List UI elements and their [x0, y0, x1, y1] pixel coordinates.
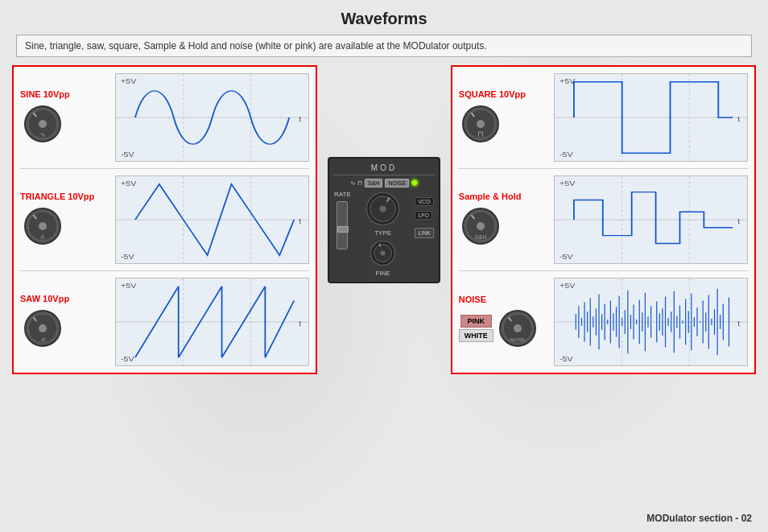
square-label: SQUARE 10Vpp: [459, 89, 547, 99]
lfo-label: LFO: [415, 211, 432, 220]
square-info: SQUARE 10Vpp ⊓: [459, 89, 547, 146]
noise-button[interactable]: NOISE: [385, 179, 409, 188]
svg-point-65: [514, 324, 522, 332]
svg-point-43: [477, 120, 485, 128]
svg-text:t: t: [299, 320, 301, 328]
svg-point-35: [380, 205, 386, 212]
info-bar: Sine, triangle, saw, square, Sample & Ho…: [16, 35, 752, 57]
pink-label: PINK: [460, 315, 493, 328]
svg-point-54: [477, 222, 485, 230]
svg-point-2: [39, 120, 47, 128]
sample-hold-label: Sample & Hold: [459, 192, 547, 201]
square-knob[interactable]: ⊓: [460, 103, 502, 145]
divider-2: [20, 270, 309, 271]
sample-hold-info: Sample & Hold S&H: [459, 192, 547, 249]
led-indicator: [411, 179, 418, 186]
svg-text:+5V: +5V: [559, 282, 576, 290]
svg-text:t: t: [737, 217, 740, 225]
sine-row: SINE 10Vpp ∿: [20, 73, 309, 162]
svg-text:+5V: +5V: [121, 282, 137, 290]
saw-knob[interactable]: ⊿: [22, 307, 64, 349]
mod-right-section: TYPE FINE: [354, 191, 412, 277]
divider-4: [459, 270, 748, 271]
noise-knob[interactable]: NOISE: [497, 307, 539, 349]
mod-unit: MOD ∿ ⊓ S&H NOISE RATE: [328, 157, 440, 283]
mod-rate-label: RATE: [334, 191, 351, 198]
sah-button[interactable]: S&H: [365, 179, 382, 188]
mod-type-label: TYPE: [354, 229, 412, 237]
sine-graph: +5V -5V t: [115, 73, 309, 162]
svg-text:-5V: -5V: [121, 151, 134, 159]
triangle-graph: +5V -5V t: [115, 175, 309, 264]
sample-hold-row: Sample & Hold S&H +5V: [459, 175, 748, 264]
svg-text:⊿: ⊿: [39, 336, 45, 343]
saw-label: SAW 10Vpp: [20, 294, 109, 303]
svg-text:+5V: +5V: [559, 179, 576, 188]
noise-graph: +5V -5V t: [554, 278, 748, 366]
sine-info: SINE 10Vpp ∿: [20, 89, 109, 146]
svg-text:-5V: -5V: [559, 253, 573, 261]
svg-text:S&H: S&H: [475, 234, 486, 240]
main-content: SINE 10Vpp ∿: [0, 65, 768, 374]
svg-text:-5V: -5V: [559, 151, 573, 159]
noise-row: NOISE PINK WHITE NOISE: [459, 278, 748, 366]
mod-waveform-icon: ∿ ⊓: [350, 179, 362, 187]
saw-graph-svg: +5V -5V t: [116, 278, 308, 365]
saw-info: SAW 10Vpp ⊿: [20, 294, 109, 351]
saw-graph: +5V -5V t: [115, 278, 309, 366]
svg-text:-5V: -5V: [121, 355, 134, 363]
svg-point-13: [39, 222, 47, 230]
mod-side-labels: VCO LFO LINK: [415, 191, 434, 277]
page-title: Waveforms: [0, 0, 768, 35]
triangle-knob[interactable]: Λ: [22, 205, 64, 247]
sample-hold-knob[interactable]: S&H: [460, 205, 502, 247]
mod-slider-handle[interactable]: [337, 226, 349, 233]
svg-point-39: [381, 250, 386, 255]
svg-text:-5V: -5V: [559, 355, 573, 363]
svg-text:⊓: ⊓: [477, 130, 484, 138]
triangle-label: TRIANGLE 10Vpp: [20, 192, 109, 201]
divider-1: [20, 168, 309, 169]
sine-graph-svg: +5V -5V t: [116, 74, 308, 161]
square-knob-container: ⊓: [459, 102, 503, 146]
sine-knob-container: ∿: [20, 102, 64, 146]
svg-text:NOISE: NOISE: [510, 337, 525, 342]
svg-point-24: [39, 324, 47, 332]
svg-text:t: t: [299, 217, 301, 225]
triangle-graph-svg: +5V -5V t: [116, 176, 308, 263]
svg-text:t: t: [299, 115, 301, 123]
noise-graph-svg: +5V -5V t: [555, 278, 747, 365]
noise-subrow: PINK WHITE NOISE: [459, 307, 547, 349]
saw-knob-container: ⊿: [20, 307, 64, 351]
sine-knob[interactable]: ∿: [22, 103, 64, 145]
mod-type-knob[interactable]: [365, 191, 401, 227]
svg-text:-5V: -5V: [121, 253, 134, 261]
mod-fine-knob[interactable]: [369, 239, 397, 267]
sine-label: SINE 10Vpp: [20, 89, 109, 99]
svg-text:t: t: [737, 320, 740, 328]
svg-text:Λ: Λ: [40, 233, 45, 241]
sample-hold-graph-svg: +5V -5V t: [555, 176, 747, 263]
noise-info: NOISE PINK WHITE NOISE: [459, 295, 547, 349]
svg-text:t: t: [737, 115, 740, 123]
triangle-info: TRIANGLE 10Vpp Λ: [20, 192, 109, 249]
right-panel: SQUARE 10Vpp ⊓ +5V -: [451, 65, 756, 374]
sample-hold-graph: +5V -5V t: [554, 175, 748, 264]
svg-text:+5V: +5V: [559, 77, 576, 85]
link-button[interactable]: LINK: [415, 228, 434, 238]
square-graph: +5V -5V t: [554, 73, 748, 162]
mod-header: MOD: [334, 163, 434, 175]
noise-label: NOISE: [459, 295, 547, 304]
sample-hold-knob-container: S&H: [459, 204, 503, 249]
square-graph-svg: +5V -5V t: [555, 74, 747, 161]
mod-slider[interactable]: [337, 201, 348, 250]
footer: MODulator section - 02: [646, 513, 752, 524]
vco-label: VCO: [415, 197, 433, 206]
divider-3: [459, 168, 748, 169]
svg-text:+5V: +5V: [121, 77, 137, 85]
center-panel: MOD ∿ ⊓ S&H NOISE RATE: [325, 65, 443, 374]
triangle-row: TRIANGLE 10Vpp Λ +5V: [20, 175, 309, 264]
svg-text:+5V: +5V: [121, 179, 137, 188]
svg-text:∿: ∿: [39, 131, 45, 138]
mod-rate-section: RATE: [334, 191, 351, 277]
